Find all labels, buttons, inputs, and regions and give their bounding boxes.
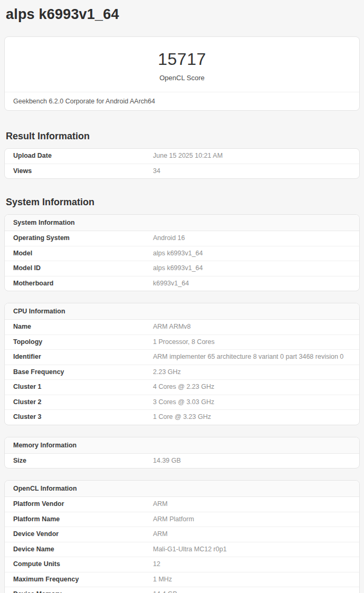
info-table: Upload DateJune 15 2025 10:21 AMViews34 bbox=[4, 148, 360, 179]
row-label: Size bbox=[13, 457, 153, 465]
info-row: Compute Units12 bbox=[5, 557, 359, 572]
row-label: Platform Name bbox=[13, 516, 153, 523]
row-value: ARM implementer 65 architecture 8 varian… bbox=[153, 353, 351, 361]
info-table: Memory InformationSize14.39 GB bbox=[4, 437, 360, 469]
score-block: 15717 OpenCL Score bbox=[5, 37, 359, 92]
row-value: k6993v1_64 bbox=[153, 280, 351, 288]
info-row: Platform VendorARM bbox=[5, 497, 359, 512]
info-row: Base Frequency2.23 GHz bbox=[5, 365, 359, 380]
info-row: Modelalps k6993v1_64 bbox=[5, 246, 359, 262]
row-label: Cluster 1 bbox=[13, 384, 153, 391]
benchmark-version: Geekbench 6.2.0 Corporate for Android AA… bbox=[5, 92, 359, 110]
info-row: NameARM ARMv8 bbox=[5, 320, 359, 335]
info-table: CPU InformationNameARM ARMv8Topology1 Pr… bbox=[4, 303, 360, 425]
row-label: Device Vendor bbox=[13, 531, 153, 538]
score-card: 15717 OpenCL Score Geekbench 6.2.0 Corpo… bbox=[4, 36, 360, 111]
row-value: 14.39 GB bbox=[153, 457, 351, 465]
row-value: Android 16 bbox=[153, 235, 351, 242]
row-value: June 15 2025 10:21 AM bbox=[153, 152, 351, 160]
info-row: Device NameMali-G1-Ultra MC12 r0p1 bbox=[5, 542, 359, 558]
section-heading: System Information bbox=[6, 196, 359, 208]
info-row: Views34 bbox=[5, 164, 359, 179]
info-table: OpenCL InformationPlatform VendorARMPlat… bbox=[4, 480, 360, 593]
info-row: IdentifierARM implementer 65 architectur… bbox=[5, 350, 359, 365]
row-value: 34 bbox=[153, 168, 351, 175]
info-row: Motherboardk6993v1_64 bbox=[5, 276, 359, 291]
row-value: 2.23 GHz bbox=[153, 369, 351, 376]
row-value: 12 bbox=[153, 561, 351, 568]
page-title: alps k6993v1_64 bbox=[6, 5, 359, 24]
row-value: 1 Core @ 3.23 GHz bbox=[153, 414, 351, 421]
row-value: 14.4 GB bbox=[153, 591, 351, 593]
row-label: Cluster 3 bbox=[13, 414, 153, 421]
row-value: 3 Cores @ 3.03 GHz bbox=[153, 399, 351, 406]
info-row: Maximum Frequency1 MHz bbox=[5, 572, 359, 588]
row-label: Model ID bbox=[13, 265, 153, 272]
row-label: Upload Date bbox=[13, 152, 153, 160]
row-value: ARM bbox=[153, 531, 351, 538]
table-header: OpenCL Information bbox=[5, 481, 359, 497]
row-value: ARM ARMv8 bbox=[153, 323, 351, 331]
row-label: Model bbox=[13, 250, 153, 257]
row-label: Base Frequency bbox=[13, 369, 153, 376]
row-label: Name bbox=[13, 323, 153, 331]
info-row: Platform NameARM Platform bbox=[5, 512, 359, 528]
info-row: Device Memory14.4 GB bbox=[5, 587, 359, 593]
row-value: 4 Cores @ 2.23 GHz bbox=[153, 384, 351, 391]
table-header: System Information bbox=[5, 215, 359, 231]
info-row: Topology1 Processor, 8 Cores bbox=[5, 335, 359, 350]
table-header: Memory Information bbox=[5, 437, 359, 454]
info-row: Operating SystemAndroid 16 bbox=[5, 231, 359, 246]
row-value: ARM Platform bbox=[153, 516, 351, 523]
row-label: Compute Units bbox=[13, 561, 153, 568]
row-label: Maximum Frequency bbox=[13, 576, 153, 584]
info-row: Size14.39 GB bbox=[5, 454, 359, 468]
opencl-score-value: 15717 bbox=[5, 50, 359, 69]
row-label: Device Memory bbox=[13, 591, 153, 593]
row-label: Cluster 2 bbox=[13, 399, 153, 406]
row-label: Motherboard bbox=[13, 280, 153, 288]
row-value: alps k6993v1_64 bbox=[153, 250, 351, 257]
row-label: Identifier bbox=[13, 353, 153, 361]
row-value: alps k6993v1_64 bbox=[153, 265, 351, 272]
info-row: Device VendorARM bbox=[5, 527, 359, 542]
info-row: Cluster 14 Cores @ 2.23 GHz bbox=[5, 380, 359, 395]
row-label: Views bbox=[13, 168, 153, 175]
info-row: Cluster 31 Core @ 3.23 GHz bbox=[5, 410, 359, 425]
info-row: Upload DateJune 15 2025 10:21 AM bbox=[5, 149, 359, 164]
opencl-score-label: OpenCL Score bbox=[5, 74, 359, 82]
section-heading: Result Information bbox=[6, 130, 359, 142]
info-table: System InformationOperating SystemAndroi… bbox=[4, 214, 360, 291]
info-row: Cluster 23 Cores @ 3.03 GHz bbox=[5, 395, 359, 410]
table-header: CPU Information bbox=[5, 303, 359, 320]
benchmark-result-page: alps k6993v1_64 15717 OpenCL Score Geekb… bbox=[0, 5, 364, 593]
info-sections: Result InformationUpload DateJune 15 202… bbox=[0, 130, 364, 593]
row-label: Device Name bbox=[13, 546, 153, 553]
row-value: Mali-G1-Ultra MC12 r0p1 bbox=[153, 546, 351, 553]
row-value: 1 MHz bbox=[153, 576, 351, 584]
row-label: Platform Vendor bbox=[13, 501, 153, 508]
row-label: Topology bbox=[13, 339, 153, 346]
row-value: ARM bbox=[153, 501, 351, 508]
row-label: Operating System bbox=[13, 235, 153, 242]
row-value: 1 Processor, 8 Cores bbox=[153, 339, 351, 346]
info-row: Model IDalps k6993v1_64 bbox=[5, 261, 359, 276]
